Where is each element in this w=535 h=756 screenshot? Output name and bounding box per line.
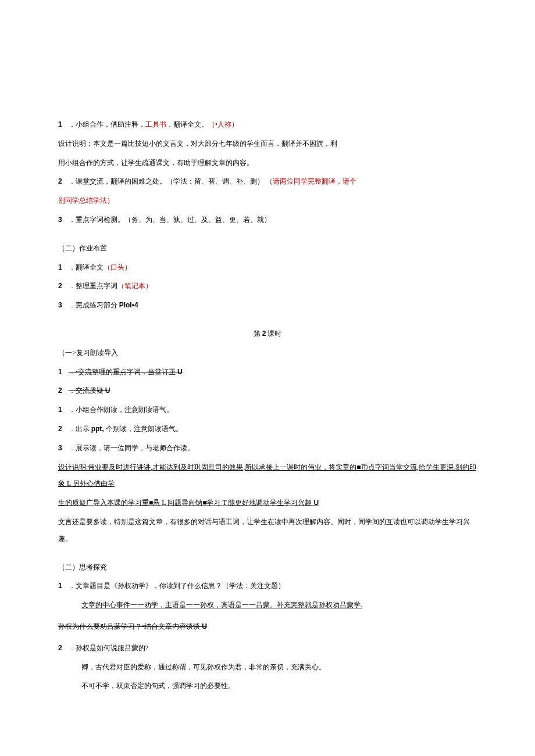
text: 用小组合作的方式，让学生疏通课文，有助于理解文章的内容。 (58, 159, 254, 167)
list-number: 3 (58, 216, 62, 224)
text: ．小组合作朗读，注意朗读语气。 (69, 406, 173, 414)
text-strikethrough: U (202, 622, 207, 630)
paragraph: 设计说明:伟业要及时进行讲讲,才能达到及时巩固旦司的效果,所以承接上一课时的伟业… (58, 459, 477, 493)
text-underline: 生的质疑广导入本课的学习重■悬 L 问题导向钠■学习 T 能更好地调动学生学习兴… (58, 499, 314, 507)
text: ．翻译全文 (69, 263, 104, 271)
paragraph: 别同学总结学法） (58, 192, 477, 209)
text: 翻译全文。 (173, 120, 208, 128)
text: PIoI•4 (119, 301, 138, 309)
text-strikethrough: ．交流质疑 (69, 386, 105, 395)
list-number: 2 (58, 425, 62, 433)
text-highlight: （口头） (104, 263, 131, 271)
text: ．重点字词检测。（务、为、当、孰、过、及、益、更、若、就） (69, 216, 271, 224)
text: ．展示读，请一位同学，与老师合作读。 (69, 444, 194, 452)
paragraph: 2 ．整理重点字词（笔记本） (58, 278, 477, 295)
paragraph: 不可不学，双束否定的句式，强调学习的必要性。 (58, 678, 477, 694)
list-number: 2 (58, 282, 62, 290)
text-highlight: （笔记本） (117, 282, 152, 290)
text: ．完成练习部分 (69, 301, 119, 309)
text-highlight: （•人祢） (208, 120, 238, 128)
text-underline: 设计说明:伟业要及时进行讲讲,才能达到及时巩固旦司的效果,所以承接上一课时的伟业… (58, 463, 476, 488)
text: ．课堂交流，翻译的困难之处。（学法：留、替、调、补、删） (69, 177, 264, 185)
text-highlight: 工具书， (145, 120, 173, 128)
text-strikethrough: U (105, 386, 110, 395)
text: （二）思考探究 (58, 563, 107, 571)
paragraph: 2 ．课堂交流，翻译的困难之处。（学法：留、替、调、补、删） （请两位同学完整翻… (58, 173, 477, 190)
text: （二）作业布置 (58, 244, 107, 252)
text: 文言还是要多读，特别是这篇文章，有很多的对话与语工词，让学生在读中再次理解内容。… (58, 518, 470, 543)
paragraph: 3 ．展示读，请一位同学，与老师合作读。 (58, 440, 477, 457)
paragraph: 孙权为什么要劝吕蒙学习？•结合文章内容谈谈 U (58, 618, 477, 635)
list-number: 2 (58, 386, 62, 395)
list-number: 3 (58, 301, 62, 309)
paragraph: 卿，古代君对臣的爱称，通过称谓，可见孙权作为君，非常的亲切，充满关心。 (58, 659, 477, 676)
text: ．文章题目是《孙权劝学》，你读到了什么信息？（学法：关注文题） (69, 582, 285, 590)
paragraph: （一>复习朗读导入 (58, 345, 477, 361)
paragraph: 3 ．完成练习部分 PIoI•4 (58, 297, 477, 314)
paragraph: 2 ．交流质疑 U (58, 382, 477, 399)
text: （一>复习朗读导入 (58, 349, 118, 357)
text: ppt, (91, 425, 104, 433)
text: 个别读，注意朗读语气。 (104, 425, 183, 433)
paragraph: 1 ．文章题目是《孙权劝学》，你读到了什么信息？（学法：关注文题） (58, 578, 477, 594)
paragraph: 用小组合作的方式，让学生疏通课文，有助于理解文章的内容。 (58, 155, 477, 171)
text-underline: U (314, 499, 319, 507)
paragraph: 1 ．翻译全文（口头） (58, 259, 477, 276)
text-strikethrough: 孙权为什么要劝吕蒙学习？•结合文章内容谈谈 (58, 622, 202, 630)
text: 卿，古代君对臣的爱称，通过称谓，可见孙权作为君，非常的亲切，充满关心。 (81, 663, 326, 671)
list-number: 1 (58, 120, 62, 128)
text-highlight: 别同学总结学法） (58, 196, 114, 205)
text-highlight: （请两位同学完整翻译，请个 (266, 177, 356, 185)
text: ．出示 (69, 425, 91, 433)
paragraph: 文章的中心事件一一劝学，主语是一一孙权，宾语是一一吕蒙。补充完整就是孙权劝吕蒙学… (58, 597, 477, 614)
paragraph: 文言还是要多读，特别是这篇文章，有很多的对话与语工词，让学生在读中再次理解内容。… (58, 514, 477, 547)
text: 课时 (266, 329, 281, 338)
paragraph: 设计说明；本文是一篇比技短小的文言文，对大部分七年级的学生而言，翻译并不困旗，利 (58, 135, 477, 152)
section-heading: （二）作业布置 (58, 240, 477, 257)
list-number: 1 (58, 406, 62, 414)
list-number: 1 (58, 582, 62, 590)
list-number: 2 (58, 644, 62, 652)
section-heading: （二）思考探究 (58, 559, 477, 576)
list-number: 3 (58, 444, 62, 452)
list-number: 2 (58, 177, 62, 185)
paragraph: 1 ．•交流整理的重点字词，当堂订正 U (58, 364, 477, 381)
section-heading: 第 2 课时 (58, 325, 477, 342)
text-underline: 文章的中心事件一一劝学，主语是一一孙权，宾语是一一吕蒙。补充完整就是孙权劝吕蒙学… (81, 601, 362, 609)
text-strikethrough: ．•交流整理的重点字词，当堂订正 (69, 368, 177, 376)
paragraph: 2 ．出示 ppt, 个别读，注意朗读语气。 (58, 421, 477, 438)
text: 设计说明；本文是一篇比技短小的文言文，对大部分七年级的学生而言，翻译并不困旗，利 (58, 139, 337, 148)
paragraph: 1 ．小组合作朗读，注意朗读语气。 (58, 402, 477, 418)
text: ．整理重点字词 (69, 282, 117, 290)
list-number: 1 (58, 368, 62, 376)
paragraph: 3 ．重点字词检测。（务、为、当、孰、过、及、益、更、若、就） (58, 212, 477, 228)
text: ．孙权是如何说服吕蒙的? (69, 644, 148, 652)
paragraph: 1 ．小组合作，借助注释，工具书，翻译全文。（•人祢） (58, 116, 477, 133)
text: 不可不学，双束否定的句式，强调学习的必要性。 (81, 682, 235, 690)
list-number: 1 (58, 263, 62, 271)
paragraph: 生的质疑广导入本课的学习重■悬 L 问题导向钠■学习 T 能更好地调动学生学习兴… (58, 495, 477, 511)
text-strikethrough: U (177, 368, 183, 376)
text: ．小组合作，借助注释， (69, 120, 145, 128)
paragraph: 2 ．孙权是如何说服吕蒙的? (58, 640, 477, 657)
text: 第 (254, 329, 262, 338)
